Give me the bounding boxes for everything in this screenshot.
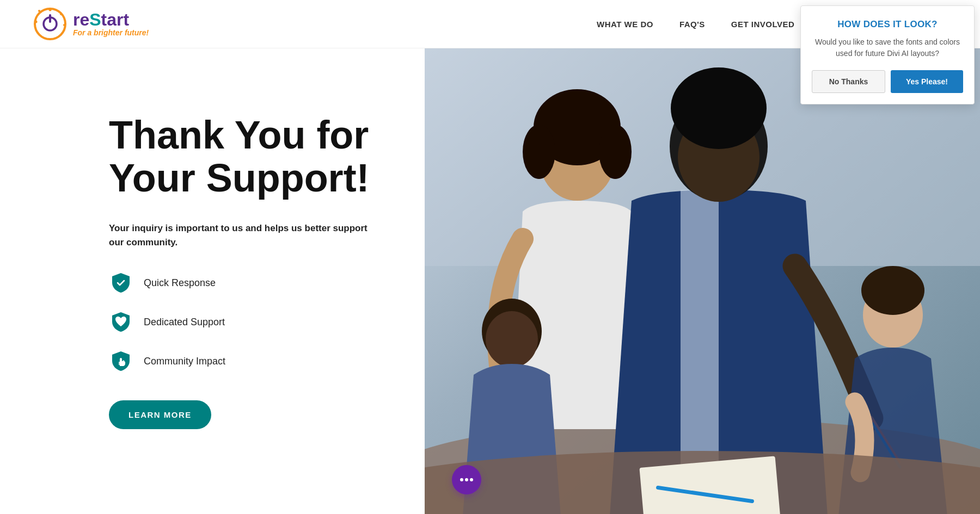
chat-dots-icon [460,478,473,481]
nav-faqs[interactable]: FAQ'S [679,20,705,29]
svg-point-17 [599,125,632,179]
svg-point-16 [523,125,555,179]
svg-point-26 [861,266,924,315]
popup-buttons: No Thanks Yes Please! [812,70,963,93]
logo-icon [33,7,68,41]
svg-point-24 [486,311,538,368]
left-panel: Thank You for Your Support! Your inquiry… [0,48,425,473]
logo-tagline: For a brighter future! [73,28,149,37]
feature-dedicated-support: Dedicated Support [109,310,381,334]
chat-widget[interactable] [452,465,481,494]
popup-title: HOW DOES IT LOOK? [812,19,963,30]
svg-point-7 [35,21,38,23]
feature-quick-response: Quick Response [109,271,381,295]
chat-dot-1 [460,478,463,481]
nav-what-we-do[interactable]: WHAT WE DO [597,20,653,29]
divi-ai-popup: HOW DOES IT LOOK? Would you like to save… [800,5,975,104]
community-impact-label: Community Impact [144,356,225,367]
main-content: Thank You for Your Support! Your inquiry… [0,48,980,514]
chat-dot-3 [470,478,473,481]
logo[interactable]: reStart For a brighter future! [33,7,149,41]
hero-subtitle: Your inquiry is important to us and help… [109,221,381,249]
shield-icon [109,271,133,295]
chat-dot-2 [465,478,468,481]
svg-point-6 [38,10,40,12]
svg-point-3 [49,9,52,11]
hand-icon [109,349,133,373]
quick-response-label: Quick Response [144,277,216,289]
popup-description: Would you like to save the fonts and col… [812,36,963,59]
logo-text: reStart For a brighter future! [73,11,149,37]
hero-image-panel [425,48,980,514]
dedicated-support-label: Dedicated Support [144,317,225,328]
learn-more-button[interactable]: LEARN MORE [109,400,211,429]
no-thanks-button[interactable]: No Thanks [812,70,885,93]
svg-point-20 [671,67,767,149]
feature-list: Quick Response Dedicated Support [109,271,381,373]
feature-community-impact: Community Impact [109,349,381,373]
svg-point-4 [60,13,62,15]
nav-get-involved[interactable]: GET INVOLVED [731,20,795,29]
heart-icon [109,310,133,334]
hero-photo [425,48,980,514]
logo-name: reStart [73,11,149,28]
hero-title: Thank You for Your Support! [109,114,381,200]
yes-please-button[interactable]: Yes Please! [891,70,963,93]
svg-point-5 [63,24,65,26]
